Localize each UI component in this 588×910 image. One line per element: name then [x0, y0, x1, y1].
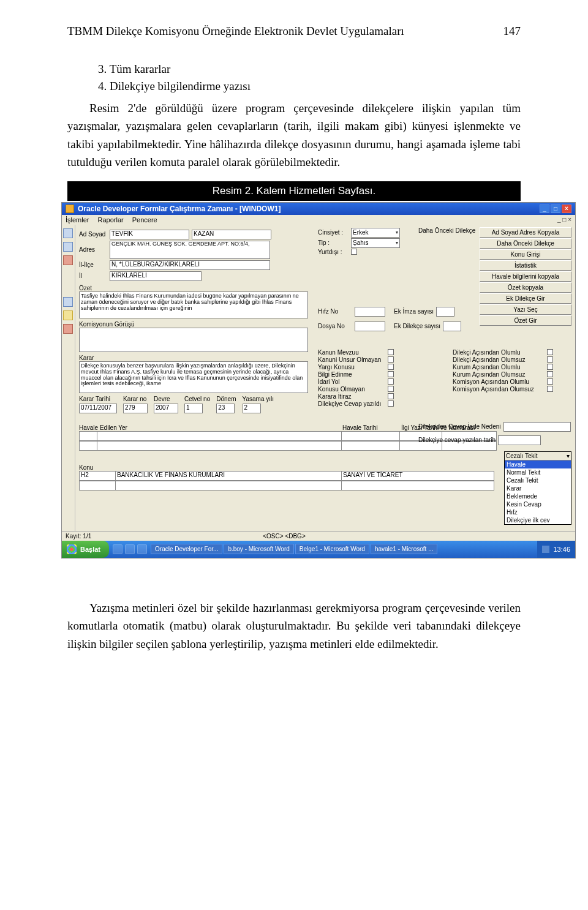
ililce-field[interactable]: N, *LÜLEBURGAZ/KIRKLARELİ: [110, 260, 270, 270]
clock: 13:46: [553, 546, 570, 553]
dropdown-opt-hifz[interactable]: Hıfz: [505, 508, 571, 516]
label-il: İl: [79, 273, 107, 279]
taskbar-item-belge1[interactable]: Belge1 - Microsoft Word: [295, 544, 369, 554]
ozet-textarea[interactable]: Tasfiye halindeki İhlas Finans Kurumunda…: [79, 291, 308, 318]
btn-havale-kopyala[interactable]: Havale bilgilerini kopyala: [480, 271, 571, 282]
karar-textarea[interactable]: Dilekçe konusuyla benzer başvurulara ili…: [79, 361, 308, 393]
ek-imza-field[interactable]: [436, 307, 454, 317]
btn-daha-onceki[interactable]: Daha Önceki Dilekçe: [480, 238, 571, 249]
konu-r2-c2[interactable]: [115, 481, 342, 491]
taskbar-item-bboy[interactable]: b.boy - Microsoft Word: [224, 544, 293, 554]
tool-icon-2[interactable]: [63, 242, 73, 252]
cbx-kanuni-unsur[interactable]: [388, 356, 394, 363]
cinsiyet-select[interactable]: Erkek▾: [351, 228, 400, 238]
taskbar-item-havale1[interactable]: havale1 - Microsoft ...: [371, 544, 438, 554]
soyad-field[interactable]: KAZAN: [192, 230, 271, 239]
cbx-yargi[interactable]: [388, 364, 394, 370]
taskbar-item-oracle[interactable]: Oracle Developer For...: [151, 544, 222, 554]
dosya-no-field[interactable]: [355, 322, 385, 331]
cbx-idari[interactable]: [388, 378, 394, 385]
label-konu: Konu: [79, 464, 571, 471]
btn-ozet-kopyala[interactable]: Özet kopyala: [480, 282, 571, 293]
btn-ad-soyad-kopyala[interactable]: Ad Soyad Adres Kopyala: [480, 227, 571, 238]
dropdown-opt-cezali-tekit[interactable]: Cezalı Tekit: [505, 476, 571, 484]
btn-ozet-gir[interactable]: Özet Gir: [480, 315, 571, 326]
label-cevap-yazildi: Dilekçiye Cevap yazıldı: [318, 400, 385, 407]
btn-konu-girisi[interactable]: Konu Girişi: [480, 249, 571, 260]
karar-no-field[interactable]: 279: [123, 404, 148, 413]
yurtdisi-checkbox[interactable]: [351, 249, 357, 255]
tool-icon-5[interactable]: [63, 310, 73, 320]
close-button[interactable]: ×: [562, 205, 571, 213]
dropdown-opt-havale[interactable]: Havale: [505, 461, 571, 468]
menu-islemler[interactable]: İşlemler: [66, 216, 89, 224]
komisyon-gorusu-textarea[interactable]: [79, 328, 308, 352]
cevap-tarih-field[interactable]: [498, 435, 541, 445]
maximize-button[interactable]: □: [551, 205, 560, 213]
hav-r2-yer[interactable]: [97, 441, 342, 451]
cbx-dilekci-olumsuz[interactable]: [547, 356, 553, 363]
quick-launch-icon-2[interactable]: [125, 544, 135, 554]
cbx-kurum-olumlu[interactable]: [547, 364, 553, 370]
hav-r1-yer[interactable]: [97, 431, 342, 441]
cbx-konusu-olmayan[interactable]: [388, 386, 394, 392]
konu-code-field[interactable]: H2: [79, 471, 116, 481]
tip-select[interactable]: Şahıs▾: [351, 238, 400, 248]
status-dropdown-open[interactable]: Cezalı Tekit▾ Havale Normal Tekit Cezalı…: [504, 451, 571, 525]
konu-desc-field[interactable]: BANKACILIK VE FİNANS KURUMLARI: [115, 471, 342, 481]
tray-icon[interactable]: [542, 546, 549, 553]
tool-icon-3[interactable]: [63, 255, 73, 265]
btn-istatistik[interactable]: İstatistik: [480, 260, 571, 271]
label-havale-tarihi: Havale Tarihi: [342, 424, 401, 431]
hav-r1-code[interactable]: [79, 431, 97, 441]
cbx-kanun-mevzuu[interactable]: [388, 349, 394, 355]
konu-bakanlik-field[interactable]: SANAYİ VE TİCARET: [341, 471, 494, 481]
tool-icon-4[interactable]: [63, 297, 73, 307]
dropdown-opt-beklemede[interactable]: Beklemede: [505, 492, 571, 500]
label-cevap-yazilan-tarih: Dilekçiye cevap yazılan tarih: [418, 437, 496, 443]
adres-field[interactable]: GENÇLİK MAH. GÜNEŞ SOK. GERDEME APT. NO:…: [110, 241, 270, 259]
tool-icon-1[interactable]: [63, 228, 73, 238]
cbx-itiraz[interactable]: [388, 393, 394, 399]
quick-launch-icon-1[interactable]: [113, 544, 123, 554]
btn-ek-dilekce[interactable]: Ek Dilekçe Gir: [480, 293, 571, 304]
konu-r2-c3[interactable]: [341, 481, 494, 491]
ek-dilekce-field[interactable]: [443, 322, 461, 331]
cbx-kurum-olumsuz[interactable]: [547, 371, 553, 377]
dropdown-opt-kesin-cevap[interactable]: Kesin Cevap: [505, 500, 571, 508]
menu-pencere[interactable]: Pencere: [132, 216, 157, 224]
label-dilekci-olumsuz: Dilekçi Açısından Olumsuz: [453, 356, 545, 363]
devre-field[interactable]: 2007: [154, 404, 178, 413]
hav-r1-tarih[interactable]: [341, 431, 400, 441]
label-donem: Dönem: [216, 396, 236, 402]
hifz-no-field[interactable]: [355, 307, 385, 317]
mdi-window-buttons[interactable]: _ □ ×: [557, 216, 571, 224]
tool-icon-6[interactable]: [63, 324, 73, 334]
minimize-button[interactable]: _: [540, 205, 549, 213]
cbx-bilgi[interactable]: [388, 371, 394, 377]
hav-r2-code[interactable]: [79, 441, 97, 451]
ad-field[interactable]: TEVFİK: [110, 230, 189, 239]
cbx-kom-olumlu[interactable]: [547, 378, 553, 385]
btn-yazi-sec[interactable]: Yazı Seç: [480, 304, 571, 315]
cevap-iade-field[interactable]: [503, 422, 571, 432]
cetvel-field[interactable]: 1: [184, 404, 203, 413]
window-title: Oracle Developer Formlar Çalıştırma Zama…: [78, 205, 281, 213]
cbx-dilekci-olumlu[interactable]: [547, 349, 553, 355]
start-button[interactable]: Başlat: [62, 541, 109, 558]
yasama-field[interactable]: 2: [243, 404, 261, 413]
donem-field[interactable]: 23: [216, 404, 235, 413]
dropdown-opt-normal-tekit[interactable]: Normal Tekit: [505, 468, 571, 476]
konu-r2-c1[interactable]: [79, 481, 116, 491]
dropdown-opt-ilk-cevap[interactable]: Dilekçiye ilk cev: [505, 516, 571, 524]
label-karar-no: Karar no: [123, 396, 148, 402]
il-field[interactable]: KIRKLARELİ: [110, 271, 202, 281]
hav-r2-tarih[interactable]: [341, 441, 400, 451]
dropdown-opt-karar[interactable]: Karar: [505, 484, 571, 492]
label-komisyon-olumsuz: Komisyon Açısından Olumsuz: [453, 386, 545, 393]
cbx-cevap-yaz[interactable]: [388, 400, 394, 407]
karar-tarihi-field[interactable]: 07/11/2007: [79, 404, 117, 413]
menu-raporlar[interactable]: Raporlar: [98, 216, 124, 224]
cbx-kom-olumsuz[interactable]: [547, 386, 553, 392]
quick-launch-icon-3[interactable]: [137, 544, 147, 554]
